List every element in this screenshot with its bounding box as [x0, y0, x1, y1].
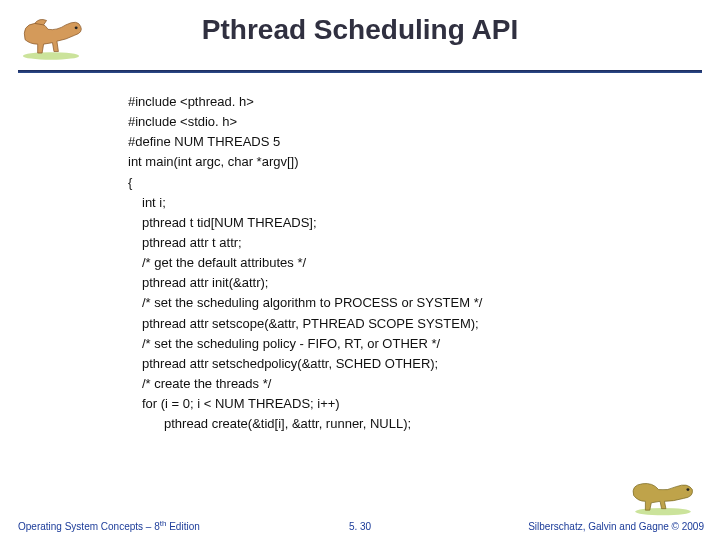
footer-copyright: Silberschatz, Galvin and Gagne © 2009 [528, 521, 704, 532]
code-line: /* set the scheduling algorithm to PROCE… [128, 293, 690, 313]
code-line: /* create the threads */ [128, 374, 690, 394]
code-line: for (i = 0; i < NUM THREADS; i++) [128, 394, 690, 414]
code-line: int main(int argc, char *argv[]) [128, 152, 690, 172]
code-line: pthread attr setscope(&attr, PTHREAD SCO… [128, 314, 690, 334]
code-line: #include <stdio. h> [128, 112, 690, 132]
code-line: #include <pthread. h> [128, 92, 690, 112]
code-line: pthread attr setschedpolicy(&attr, SCHED… [128, 354, 690, 374]
code-line: { [128, 173, 690, 193]
code-line: pthread attr init(&attr); [128, 273, 690, 293]
code-line: pthread attr t attr; [128, 233, 690, 253]
code-line: pthread create(&tid[i], &attr, runner, N… [128, 414, 690, 434]
slide-title: Pthread Scheduling API [0, 14, 720, 46]
slide: Pthread Scheduling API #include <pthread… [0, 0, 720, 540]
code-line: int i; [128, 193, 690, 213]
svg-point-3 [686, 488, 689, 491]
code-line: pthread t tid[NUM THREADS]; [128, 213, 690, 233]
code-line: /* get the default attributes */ [128, 253, 690, 273]
slide-header: Pthread Scheduling API [0, 0, 720, 78]
code-line: #define NUM THREADS 5 [128, 132, 690, 152]
code-block: #include <pthread. h> #include <stdio. h… [128, 92, 690, 434]
title-underline [18, 70, 702, 73]
code-line: /* set the scheduling policy - FIFO, RT,… [128, 334, 690, 354]
svg-point-0 [23, 52, 79, 59]
slide-footer: Operating System Concepts – 8th Edition … [0, 506, 720, 532]
